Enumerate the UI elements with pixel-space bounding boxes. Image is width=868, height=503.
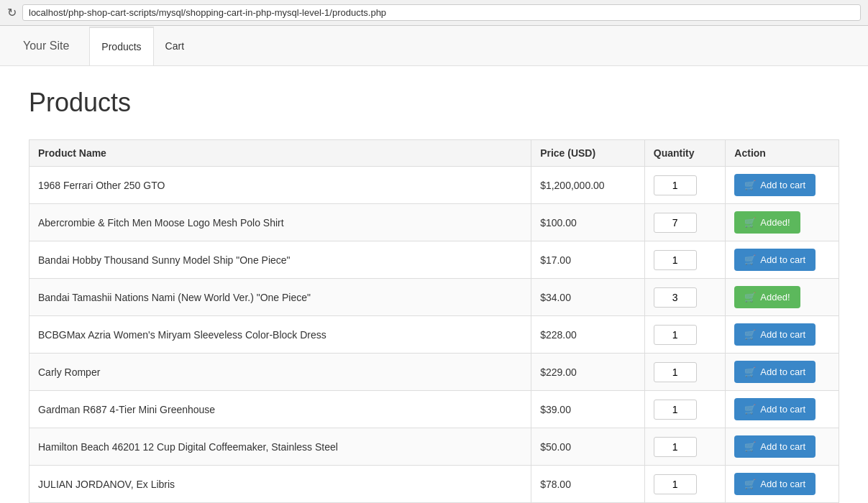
- quantity-input[interactable]: [654, 362, 697, 382]
- product-price: $1,200,000.00: [531, 167, 645, 204]
- product-action-cell: 🛒Add to cart: [726, 428, 839, 466]
- table-row: Gardman R687 4-Tier Mini Greenhouse$39.0…: [29, 391, 839, 428]
- refresh-icon[interactable]: ↻: [7, 6, 17, 19]
- product-name: BCBGMax Azria Women's Miryam Sleeveless …: [29, 316, 531, 354]
- cart-icon: 🛒: [744, 479, 756, 489]
- product-name: Hamilton Beach 46201 12 Cup Digital Coff…: [29, 428, 531, 466]
- browser-chrome: ↻: [0, 0, 868, 26]
- add-to-cart-button[interactable]: 🛒Add to cart: [734, 174, 816, 196]
- product-action-cell: 🛒Add to cart: [726, 316, 839, 354]
- col-header-action: Action: [726, 140, 839, 167]
- quantity-input[interactable]: [654, 175, 697, 195]
- product-name: Bandai Tamashii Nations Nami (New World …: [29, 279, 531, 316]
- table-row: Bandai Tamashii Nations Nami (New World …: [29, 279, 839, 316]
- product-qty-cell: [644, 316, 726, 354]
- product-price: $50.00: [531, 428, 645, 466]
- product-action-cell: 🛒Add to cart: [726, 167, 839, 204]
- product-action-cell: 🛒Added!: [726, 279, 839, 316]
- product-price: $39.00: [531, 391, 645, 428]
- quantity-input[interactable]: [654, 400, 697, 420]
- product-price: $228.00: [531, 316, 645, 354]
- add-to-cart-button[interactable]: 🛒Add to cart: [734, 361, 816, 383]
- added-button[interactable]: 🛒Added!: [734, 211, 800, 234]
- nav-cart[interactable]: Cart: [154, 27, 196, 65]
- product-qty-cell: [644, 391, 726, 428]
- product-action-cell: 🛒Add to cart: [726, 466, 839, 503]
- cart-icon: 🛒: [744, 180, 756, 190]
- main-content: Products Product Name Price (USD) Quanti…: [0, 66, 868, 503]
- table-row: Hamilton Beach 46201 12 Cup Digital Coff…: [29, 428, 839, 466]
- product-qty-cell: [644, 241, 726, 279]
- cart-icon: 🛒: [744, 404, 756, 415]
- cart-icon: 🛒: [744, 366, 756, 377]
- cart-icon: 🛒: [744, 292, 756, 303]
- product-name: JULIAN JORDANOV, Ex Libris: [29, 466, 531, 503]
- url-bar[interactable]: [22, 4, 861, 21]
- table-row: Bandai Hobby Thousand Sunny Model Ship "…: [29, 241, 839, 279]
- add-to-cart-button[interactable]: 🛒Add to cart: [734, 323, 816, 346]
- product-qty-cell: [644, 354, 726, 391]
- cart-icon: 🛒: [744, 441, 756, 452]
- product-price: $78.00: [531, 466, 645, 503]
- product-qty-cell: [644, 428, 726, 466]
- col-header-price: Price (USD): [531, 140, 645, 167]
- table-row: Carly Romper$229.00🛒Add to cart: [29, 354, 839, 391]
- product-action-cell: 🛒Add to cart: [726, 241, 839, 279]
- cart-icon: 🛒: [744, 329, 756, 340]
- product-action-cell: 🛒Add to cart: [726, 391, 839, 428]
- page-title: Products: [29, 88, 839, 118]
- quantity-input[interactable]: [654, 213, 697, 233]
- cart-icon: 🛒: [744, 217, 756, 228]
- table-row: 1968 Ferrari Other 250 GTO$1,200,000.00🛒…: [29, 167, 839, 204]
- quantity-input[interactable]: [654, 474, 697, 494]
- product-name: Bandai Hobby Thousand Sunny Model Ship "…: [29, 241, 531, 279]
- product-name: Carly Romper: [29, 354, 531, 391]
- product-name: Abercrombie & Fitch Men Moose Logo Mesh …: [29, 204, 531, 241]
- product-price: $229.00: [531, 354, 645, 391]
- add-to-cart-button[interactable]: 🛒Add to cart: [734, 249, 816, 271]
- product-qty-cell: [644, 466, 726, 503]
- col-header-qty: Quantity: [644, 140, 726, 167]
- add-to-cart-button[interactable]: 🛒Add to cart: [734, 398, 816, 420]
- product-name: 1968 Ferrari Other 250 GTO: [29, 167, 531, 204]
- product-price: $34.00: [531, 279, 645, 316]
- add-to-cart-button[interactable]: 🛒Add to cart: [734, 473, 816, 495]
- nav-products[interactable]: Products: [89, 27, 153, 65]
- quantity-input[interactable]: [654, 437, 697, 457]
- table-row: Abercrombie & Fitch Men Moose Logo Mesh …: [29, 204, 839, 241]
- cart-icon: 🛒: [744, 254, 756, 265]
- product-qty-cell: [644, 167, 726, 204]
- quantity-input[interactable]: [654, 325, 697, 345]
- product-qty-cell: [644, 279, 726, 316]
- navbar-brand: Your Site: [14, 40, 78, 52]
- navbar: Your Site Products Cart: [0, 26, 868, 66]
- product-price: $17.00: [531, 241, 645, 279]
- product-qty-cell: [644, 204, 726, 241]
- quantity-input[interactable]: [654, 250, 697, 270]
- product-price: $100.00: [531, 204, 645, 241]
- quantity-input[interactable]: [654, 287, 697, 308]
- col-header-name: Product Name: [29, 140, 531, 167]
- product-action-cell: 🛒Added!: [726, 204, 839, 241]
- table-row: BCBGMax Azria Women's Miryam Sleeveless …: [29, 316, 839, 354]
- table-row: JULIAN JORDANOV, Ex Libris$78.00🛒Add to …: [29, 466, 839, 503]
- products-table: Product Name Price (USD) Quantity Action…: [29, 139, 839, 503]
- table-header-row: Product Name Price (USD) Quantity Action: [29, 140, 839, 167]
- add-to-cart-button[interactable]: 🛒Add to cart: [734, 435, 816, 458]
- product-name: Gardman R687 4-Tier Mini Greenhouse: [29, 391, 531, 428]
- added-button[interactable]: 🛒Added!: [734, 286, 800, 308]
- product-action-cell: 🛒Add to cart: [726, 354, 839, 391]
